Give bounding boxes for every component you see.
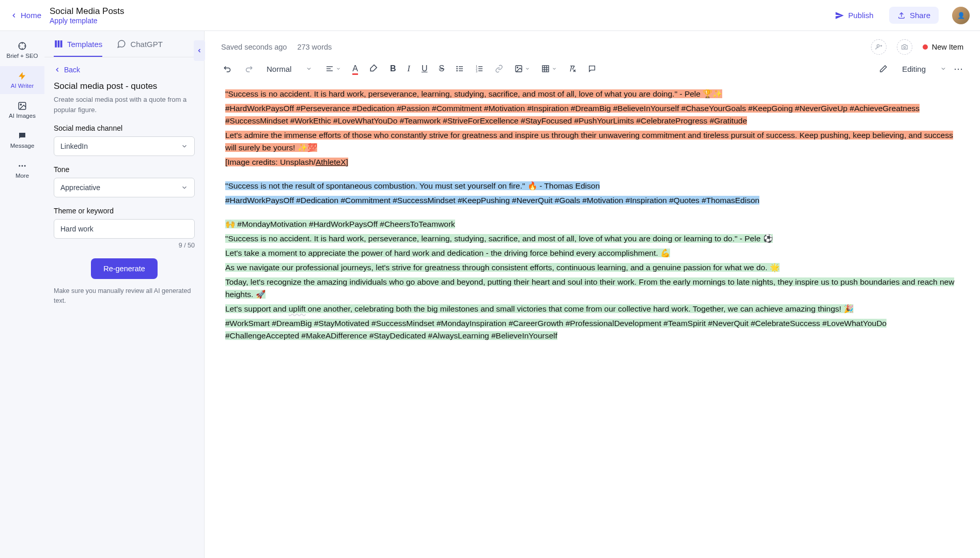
image-icon [515, 65, 523, 73]
target-icon [18, 41, 27, 51]
back-link[interactable]: Back [54, 66, 195, 74]
pencil-icon [879, 65, 888, 73]
svg-text:3: 3 [476, 70, 477, 73]
rail-brief-seo[interactable]: Brief + SEO [0, 36, 44, 64]
channel-value: LinkedIn [60, 142, 88, 150]
align-button[interactable] [323, 63, 343, 75]
text: "Success is no accident. It is hard work… [225, 234, 773, 243]
tone-label: Tone [54, 165, 195, 174]
home-button[interactable]: Home [10, 11, 41, 20]
chevron-down-icon [181, 143, 188, 150]
text: As we navigate our professional journeys… [225, 263, 780, 272]
svg-point-8 [19, 165, 20, 167]
chevron-down-icon [306, 66, 312, 72]
mode-value: Editing [902, 65, 926, 73]
redo-button[interactable] [242, 62, 255, 75]
text: Today, let's recognize the amazing indiv… [225, 277, 954, 299]
chevron-left-icon [196, 48, 203, 54]
share-button[interactable]: Share [889, 7, 939, 24]
highlight-button[interactable] [367, 62, 381, 75]
text-color-button[interactable]: A [350, 62, 360, 75]
editing-mode-select[interactable]: Editing [879, 65, 946, 73]
channel-select[interactable]: LinkedIn [54, 136, 195, 156]
text: uplift [289, 304, 306, 313]
clear-format-icon [568, 65, 577, 73]
bullet-list-button[interactable] [454, 63, 466, 75]
saved-status: Saved seconds ago [221, 43, 287, 51]
rail-message[interactable]: Message [0, 126, 44, 154]
numbered-list-button[interactable]: 123 [473, 63, 486, 75]
undo-button[interactable] [221, 62, 235, 75]
tab-label: ChatGPT [130, 40, 163, 49]
publish-button[interactable]: Publish [828, 7, 881, 24]
chevron-down-icon [336, 66, 341, 71]
text: Let's take a moment to appreciate the po… [225, 249, 670, 257]
user-avatar[interactable]: 👤 [952, 7, 970, 24]
editor-content[interactable]: "Success is no accident. It is hard work… [205, 85, 980, 558]
text: "Success is no accident. It is hard work… [225, 89, 722, 98]
strikethrough-button[interactable]: S [437, 62, 446, 75]
image-icon [18, 101, 27, 111]
panel-tabs: Templates ChatGPT [44, 31, 204, 57]
italic-icon: I [408, 64, 410, 73]
clear-format-button[interactable] [566, 63, 579, 75]
image-button[interactable] [512, 63, 532, 75]
chevron-down-icon [552, 66, 557, 71]
rail-label: Message [10, 143, 35, 149]
tab-chatgpt[interactable]: ChatGPT [117, 31, 163, 57]
text-style-select[interactable]: Normal [262, 63, 316, 75]
collapse-panel-button[interactable] [194, 40, 205, 61]
chevron-left-icon [54, 66, 61, 73]
comment-button[interactable] [586, 63, 598, 75]
item-status[interactable]: New Item [923, 43, 963, 51]
content-block-3: 🙌 #MondayMotivation #HardWorkPaysOff #Ch… [225, 218, 959, 342]
publish-label: Publish [848, 11, 874, 20]
content-block-2: "Success is not the result of spontaneou… [225, 180, 959, 207]
keyword-input[interactable] [54, 219, 195, 239]
keyword-char-count: 9 / 50 [54, 242, 195, 249]
italic-button[interactable]: I [406, 62, 412, 75]
rail-more[interactable]: More [0, 156, 44, 184]
style-value: Normal [267, 65, 291, 73]
tab-templates[interactable]: Templates [54, 31, 102, 57]
svg-point-10 [24, 165, 26, 167]
share-label: Share [910, 11, 930, 20]
toolbar-more-button[interactable]: ⋯ [954, 63, 963, 74]
document-title: Social Media Posts [50, 6, 125, 17]
svg-point-34 [517, 67, 518, 68]
sidebar-panel: Templates ChatGPT Back Social media post… [44, 31, 205, 558]
svg-point-9 [22, 165, 23, 167]
tab-label: Templates [67, 40, 102, 49]
chat-icon [18, 131, 27, 141]
user-plus-icon [875, 43, 882, 51]
strikethrough-icon: S [439, 64, 444, 73]
add-assignee-button[interactable] [871, 39, 886, 55]
apply-template-link[interactable]: Apply template [50, 17, 125, 25]
bold-button[interactable]: B [388, 62, 398, 75]
tone-select[interactable]: Appreciative [54, 178, 195, 197]
home-label: Home [21, 11, 41, 20]
underline-icon: U [422, 64, 428, 73]
text: "Success is not the result of spontaneou… [225, 181, 600, 190]
text-color-icon: A [352, 64, 358, 73]
redo-icon [244, 64, 253, 73]
template-title: Social media post - quotes [54, 81, 195, 91]
editor-toolbar: Normal A B I U S 123 [205, 55, 980, 85]
text: #WorkSmart #DreamBig #StayMotivated #Suc… [225, 319, 886, 340]
rail-label: Brief + SEO [6, 53, 38, 59]
table-button[interactable] [539, 63, 559, 75]
svg-rect-13 [60, 40, 63, 48]
svg-point-23 [457, 70, 457, 71]
keyword-label: Theme or keyword [54, 207, 195, 215]
rail-ai-writer[interactable]: AI Writer [0, 66, 44, 94]
rail-ai-images[interactable]: AI Images [0, 96, 44, 124]
content-block-1: "Success is no accident. It is hard work… [225, 88, 959, 168]
link-button[interactable] [493, 63, 505, 75]
underline-button[interactable]: U [419, 62, 430, 75]
tone-value: Appreciative [60, 183, 100, 192]
chevron-down-icon [940, 66, 946, 72]
highlighter-icon [369, 64, 379, 73]
chat-bubble-icon [117, 39, 126, 49]
regenerate-button[interactable]: Re-generate [91, 258, 158, 279]
add-image-button[interactable] [897, 39, 912, 55]
